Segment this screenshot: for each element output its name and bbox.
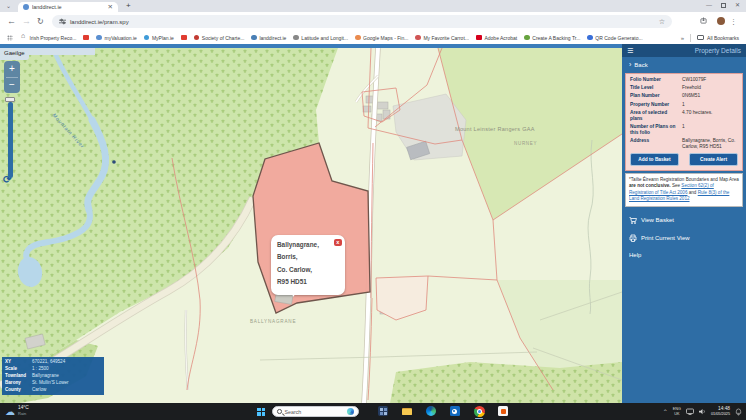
- zoom-in-button[interactable]: +: [4, 61, 20, 77]
- field-label: Folio Number: [630, 77, 682, 83]
- field-label: Title Level: [630, 85, 682, 91]
- back-button[interactable]: ←: [7, 16, 16, 27]
- info-value: 670221, 649524: [32, 360, 65, 365]
- extension-icon[interactable]: [700, 17, 707, 24]
- bookmark-item[interactable]: Society of Charte...: [194, 35, 245, 41]
- taskbar-clock[interactable]: 14:48 01/05/2025: [711, 406, 730, 417]
- bookmark-item[interactable]: landdirect.ie: [251, 35, 286, 41]
- map-popup: Ballynagrane,Borris,Co. Carlow,R95 HD51 …: [271, 235, 345, 295]
- file-explorer-taskbar-icon[interactable]: [401, 405, 413, 417]
- bookmarks-bar: Irish Property Reco...myValuation.ieMyPl…: [0, 31, 746, 44]
- bookmark-item[interactable]: QR Code Generato...: [587, 35, 642, 41]
- profile-avatar[interactable]: [717, 17, 725, 25]
- bookmark-item[interactable]: MyPlan.ie: [144, 35, 174, 41]
- field-value: Ballynagrane, Borris, Co. Carlow, R95 HD…: [682, 138, 738, 150]
- refresh-icon[interactable]: ⟳: [3, 174, 11, 185]
- start-button[interactable]: [257, 408, 265, 416]
- property-field: Property Number1: [630, 102, 738, 108]
- popup-address-line: Borris,: [277, 251, 339, 263]
- volume-icon[interactable]: [699, 408, 706, 415]
- screen: { "browser": { "tab_title": "landdirect.…: [0, 0, 746, 420]
- task-view-taskbar-icon[interactable]: [377, 405, 389, 417]
- bookmark-label: Adobe Acrobat: [484, 35, 517, 41]
- info-row: XY670221, 649524: [5, 360, 101, 365]
- print-current-view-link[interactable]: Print Current View: [629, 234, 739, 243]
- address-bar[interactable]: landdirect.ie/pram.spy ☆: [52, 15, 672, 28]
- network-icon[interactable]: [686, 408, 694, 415]
- reload-button[interactable]: ↻: [37, 16, 44, 27]
- info-label: Townland: [5, 374, 32, 379]
- map-canvas[interactable]: Mountain River Mount Leinster Rangers GA…: [0, 48, 622, 403]
- tab-strip: ⌄ landdirect.ie ✕ + — ✕: [0, 0, 746, 12]
- bookmark-label: My Favorite Carrot...: [423, 35, 469, 41]
- office-app-taskbar-icon[interactable]: [497, 405, 509, 417]
- bookmark-item[interactable]: Latitude and Longit...: [293, 35, 348, 41]
- taskbar: ☁ 14°C Rain Search ⌃ ENG UK 14:48 01/05/…: [0, 403, 746, 420]
- bookmark-item[interactable]: Irish Property Reco...: [21, 35, 76, 41]
- notification-bell-icon[interactable]: [735, 408, 742, 416]
- bookmark-item[interactable]: [83, 35, 89, 40]
- window-maximize-button[interactable]: [721, 3, 726, 8]
- browser-tab[interactable]: landdirect.ie ✕: [18, 2, 118, 13]
- new-tab-button[interactable]: +: [126, 2, 131, 10]
- rect-favicon: [83, 35, 89, 40]
- rect-favicon: [476, 35, 482, 40]
- bookmark-item[interactable]: Create A Backing Tr...: [524, 35, 580, 41]
- property-field: Plan Number0N6M51: [630, 93, 738, 99]
- area-label: NURNEY: [514, 141, 537, 146]
- bookmark-label: MyPlan.ie: [152, 35, 174, 41]
- bookmark-label: myValuation.ie: [104, 35, 136, 41]
- bookmark-item[interactable]: My Favorite Carrot...: [415, 35, 469, 41]
- taskbar-search[interactable]: Search: [272, 406, 359, 417]
- tab-close-icon[interactable]: ✕: [108, 4, 113, 10]
- tab-favicon: [23, 4, 29, 10]
- bookmark-label: Latitude and Longit...: [301, 35, 348, 41]
- weather-widget[interactable]: ☁ 14°C Rain: [5, 405, 29, 418]
- panel-title: Property Details: [695, 47, 741, 54]
- browser-toolbar: ← → ↻ landdirect.ie/pram.spy ☆ ⋮: [0, 12, 746, 31]
- add-to-basket-button[interactable]: Add to Basket: [630, 153, 679, 166]
- outlook-taskbar-icon[interactable]: [449, 405, 461, 417]
- bookmark-item[interactable]: myValuation.ie: [96, 35, 136, 41]
- bookmark-item[interactable]: Adobe Acrobat: [476, 35, 517, 41]
- chrome-browser-taskbar-icon[interactable]: [473, 405, 485, 417]
- zoom-out-button[interactable]: −: [4, 78, 20, 94]
- property-details-panel: ☰ Property Details › Back Folio NumberCW…: [622, 44, 746, 403]
- window-close-button[interactable]: ✕: [735, 2, 740, 9]
- forward-button[interactable]: →: [22, 16, 31, 27]
- info-label: XY: [5, 360, 32, 365]
- globe-favicon: [96, 35, 102, 41]
- view-basket-link[interactable]: View Basket: [629, 216, 739, 225]
- apps-grid-icon[interactable]: [7, 35, 13, 41]
- language-link[interactable]: Gaeilge: [4, 50, 25, 56]
- bookmark-label: Society of Charte...: [202, 35, 245, 41]
- edge-browser-taskbar-icon[interactable]: [425, 405, 437, 417]
- tab-search-icon[interactable]: ⌄: [6, 2, 11, 10]
- browser-menu-icon[interactable]: ⋮: [730, 17, 737, 26]
- tab-title: landdirect.ie: [32, 4, 105, 10]
- field-value: Freehold: [682, 85, 738, 91]
- language-indicator[interactable]: ENG UK: [673, 407, 681, 416]
- help-link[interactable]: Help: [629, 252, 739, 258]
- all-bookmarks-button[interactable]: All Bookmarks: [697, 35, 746, 41]
- printer-icon: [629, 234, 637, 243]
- bookmark-star-icon[interactable]: ☆: [659, 18, 665, 26]
- zoom-slider-track[interactable]: [8, 102, 13, 178]
- info-row: TownlandBallynagrane: [5, 374, 101, 379]
- folder-icon: [697, 35, 704, 40]
- bookmark-item[interactable]: [181, 35, 187, 40]
- tray-expand-icon[interactable]: ⌃: [663, 408, 668, 415]
- back-link[interactable]: › Back: [622, 57, 746, 72]
- bookmark-item[interactable]: Google Maps - Fin...: [355, 35, 408, 41]
- create-alert-button[interactable]: Create Alert: [689, 153, 738, 166]
- map-info-box: XY670221, 649524Scale1 : 2500TownlandBal…: [2, 357, 104, 395]
- popup-close-button[interactable]: x: [334, 239, 342, 247]
- hamburger-menu-icon[interactable]: ☰: [627, 47, 633, 54]
- bookmarks-overflow-icon[interactable]: »: [681, 35, 690, 41]
- window-minimize-button[interactable]: —: [706, 2, 712, 9]
- popup-address-line: Ballynagrane,: [277, 239, 339, 251]
- field-label: Area of selected plans: [630, 110, 682, 122]
- field-label: Plan Number: [630, 93, 682, 99]
- property-field: Area of selected plans4.70 hectares.: [630, 110, 738, 122]
- rect-favicon: [181, 35, 187, 40]
